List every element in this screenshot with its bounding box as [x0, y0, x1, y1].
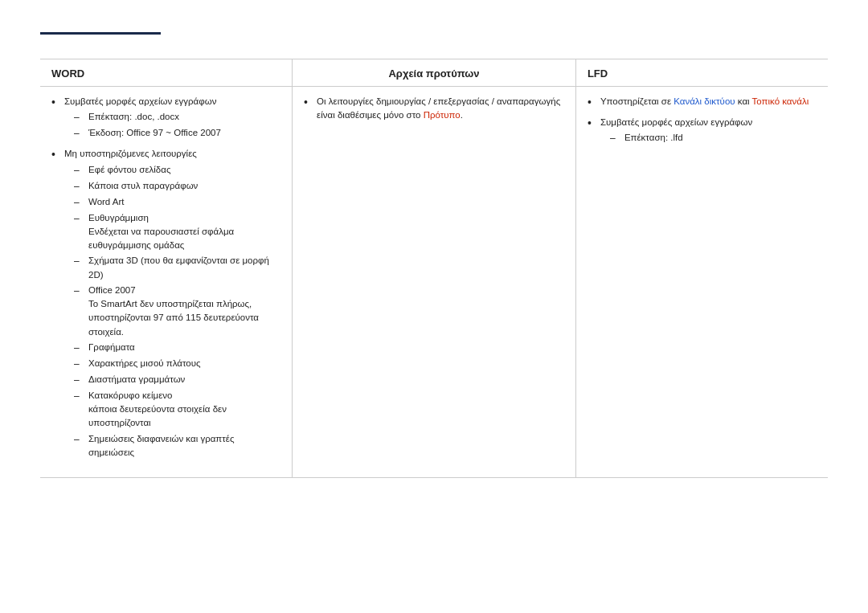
arxeia-bullet-list: • Οι λειτουργίες δημιουργίας / επεξεργασ…: [304, 95, 564, 123]
word-heading: WORD: [51, 67, 84, 80]
office-2007-desc: Το SmartArt δεν υποστηρίζεται πλήρως, υπ…: [88, 297, 280, 339]
dash-icon: –: [74, 163, 85, 178]
list-item: – Γραφήματα: [74, 341, 280, 355]
unsupported-features-label: Μη υποστηριζόμενες λειτουργίες: [64, 149, 197, 158]
dash-icon: –: [74, 432, 85, 447]
list-item: – Χαρακτήρες μισού πλάτους: [74, 357, 280, 371]
edition-office: Έκδοση: Office 97 ~ Office 2007: [88, 126, 221, 140]
list-item: – Διαστήματα γραμμάτων: [74, 373, 280, 387]
bullet-icon: •: [51, 95, 61, 111]
lfd-heading: LFD: [588, 67, 608, 80]
page-container: WORD Αρχεία προτύπων LFD •: [0, 0, 868, 613]
lfd-bullet-list: • Υποστηρίζεται σε Κανάλι δικτύου και Το…: [588, 95, 817, 147]
list-item: – Κατακόρυφο κείμενο κάποια δευτερεύοντα…: [74, 389, 280, 431]
list-item-content: Συμβατές μορφές αρχείων εγγράφων – Επέκτ…: [64, 95, 221, 142]
arxeia-heading: Αρχεία προτύπων: [388, 67, 479, 80]
dash-icon: –: [74, 357, 85, 371]
list-item: – Κάποια στυλ παραγράφων: [74, 179, 280, 194]
office-2007-item: Office 2007 Το SmartArt δεν υποστηρίζετα…: [88, 284, 280, 339]
word-compatible-formats: Συμβατές μορφές αρχείων εγγράφων: [64, 96, 216, 106]
list-item: – Επέκταση: .doc, .docx: [74, 110, 221, 125]
dash-icon: –: [74, 389, 85, 403]
dash-icon: –: [610, 131, 621, 145]
bullet-icon: •: [51, 147, 61, 163]
justification-text: Ευθυγράμμιση: [88, 211, 280, 225]
col-lfd-header: LFD: [575, 59, 828, 87]
list-item: – Σημειώσεις διαφανειών και γραπτές σημε…: [74, 432, 280, 460]
lfd-network-content: Υποστηρίζεται σε Κανάλι δικτύου και Τοπι…: [600, 95, 809, 108]
word-cell: • Συμβατές μορφές αρχείων εγγράφων – Επέ…: [40, 87, 293, 478]
word-art: Word Art: [88, 195, 125, 209]
lfd-formats-label: Συμβατές μορφές αρχείων εγγράφων: [600, 117, 752, 127]
list-item: • Συμβατές μορφές αρχείων εγγράφων – Επέ…: [51, 95, 280, 142]
dash-icon: –: [74, 110, 85, 125]
justification-item: Ευθυγράμμιση Ενδέχεται να παρουσιαστεί σ…: [88, 211, 280, 253]
paragraph-styles: Κάποια στυλ παραγράφων: [88, 179, 198, 193]
list-item: • Οι λειτουργίες δημιουργίας / επεξεργασ…: [304, 95, 564, 123]
list-item: – Office 2007 Το SmartArt δεν υποστηρίζε…: [74, 284, 280, 339]
dash-icon: –: [74, 341, 85, 355]
lfd-text-mid: και: [735, 96, 752, 106]
arxeia-cell: • Οι λειτουργίες δημιουργίας / επεξεργασ…: [293, 87, 576, 478]
bullet-icon: •: [304, 95, 313, 111]
list-item-content: Μη υποστηριζόμενες λειτουργίες – Εφέ φόν…: [64, 147, 280, 461]
lfd-text-before: Υποστηρίζεται σε: [600, 96, 674, 106]
lfd-extension: Επέκταση: .lfd: [624, 131, 683, 145]
list-item: • Μη υποστηριζόμενες λειτουργίες – Εφέ φ…: [51, 147, 280, 461]
list-item: – Σχήματα 3D (που θα εμφανίζονται σε μορ…: [74, 254, 280, 282]
dash-icon: –: [74, 195, 85, 210]
lfd-sub-list: – Επέκταση: .lfd: [610, 131, 752, 145]
lfd-compatible-formats: Συμβατές μορφές αρχείων εγγράφων – Επέκτ…: [600, 116, 752, 147]
extension-doc: Επέκταση: .doc, .docx: [88, 110, 179, 124]
network-channel-link[interactable]: Κανάλι δικτύου: [674, 96, 735, 106]
list-item: – Ευθυγράμμιση Ενδέχεται να παρουσιαστεί…: [74, 211, 280, 253]
bullet-icon: •: [588, 95, 597, 111]
vertical-text-note: κάποια δευτερεύοντα στοιχεία δεν υποστηρ…: [88, 403, 280, 431]
col-arxeia-header: Αρχεία προτύπων: [293, 59, 576, 87]
dash-icon: –: [74, 284, 85, 298]
dash-icon: –: [74, 179, 85, 194]
office-2007-label: Office 2007: [88, 284, 280, 297]
list-item: – Επέκταση: .lfd: [610, 131, 752, 145]
top-border: [40, 32, 161, 35]
list-item: – Word Art: [74, 195, 280, 210]
dash-icon: –: [74, 211, 85, 226]
vertical-text-item: Κατακόρυφο κείμενο κάποια δευτερεύοντα σ…: [88, 389, 280, 431]
list-item: – Εφέ φόντου σελίδας: [74, 163, 280, 178]
dash-icon: –: [74, 126, 85, 141]
lfd-cell: • Υποστηρίζεται σε Κανάλι δικτύου και Το…: [575, 87, 828, 478]
main-table: WORD Αρχεία προτύπων LFD •: [40, 59, 828, 478]
3d-shapes: Σχήματα 3D (που θα εμφανίζονται σε μορφή…: [88, 254, 280, 282]
local-channel-link[interactable]: Τοπικό κανάλι: [752, 96, 809, 106]
half-width-chars: Χαρακτήρες μισού πλάτους: [88, 357, 201, 370]
word-sub-list-2: – Εφέ φόντου σελίδας – Κάποια στυλ παραγ…: [74, 163, 280, 460]
dash-icon: –: [74, 373, 85, 387]
charts: Γραφήματα: [88, 341, 135, 354]
col-word-header: WORD: [40, 59, 293, 87]
word-bullet-list: • Συμβατές μορφές αρχείων εγγράφων – Επέ…: [51, 95, 280, 461]
list-item: – Έκδοση: Office 97 ~ Office 2007: [74, 126, 221, 141]
arxeia-content: Οι λειτουργίες δημιουργίας / επεξεργασία…: [317, 95, 564, 123]
word-sub-list-1: – Επέκταση: .doc, .docx – Έκδοση: Office…: [74, 110, 221, 141]
protipo-link[interactable]: Πρότυπο: [424, 110, 461, 120]
dash-icon: –: [74, 254, 85, 268]
vertical-text-label: Κατακόρυφο κείμενο: [88, 389, 280, 403]
page-bg-effect: Εφέ φόντου σελίδας: [88, 163, 170, 177]
slide-notes: Σημειώσεις διαφανειών και γραπτές σημειώ…: [88, 432, 280, 460]
arxeia-text-after: .: [461, 110, 463, 120]
justification-note: Ενδέχεται να παρουσιαστεί σφάλμα ευθυγρά…: [88, 225, 280, 253]
letter-spacing: Διαστήματα γραμμάτων: [88, 373, 185, 386]
list-item: • Υποστηρίζεται σε Κανάλι δικτύου και Το…: [588, 95, 817, 111]
list-item: • Συμβατές μορφές αρχείων εγγράφων – Επέ…: [588, 116, 817, 147]
bullet-icon: •: [588, 116, 597, 132]
